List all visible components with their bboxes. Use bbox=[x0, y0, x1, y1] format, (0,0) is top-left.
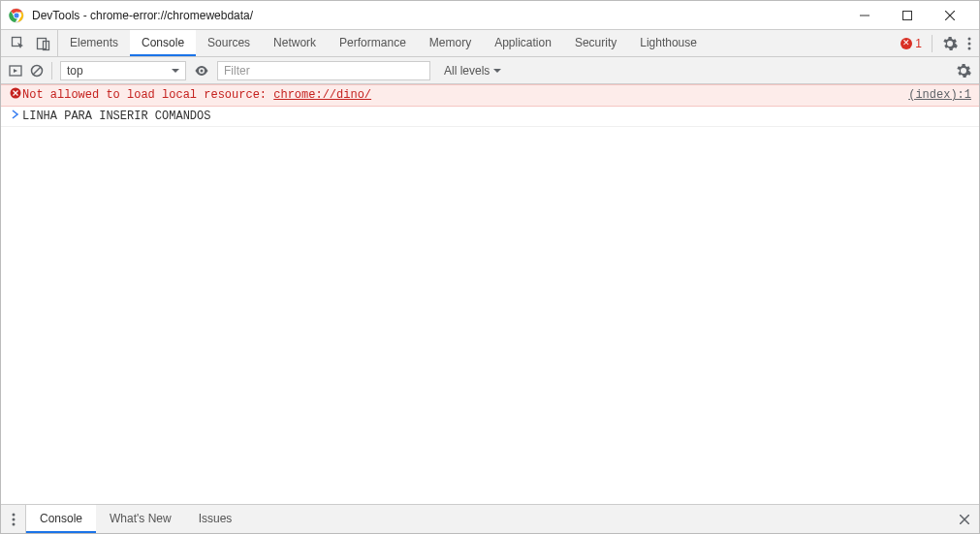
context-value: top bbox=[67, 64, 83, 78]
console-prompt-row[interactable]: LINHA PARA INSERIR COMANDOS bbox=[1, 107, 979, 127]
drawer-tab-console[interactable]: Console bbox=[26, 505, 96, 533]
svg-rect-9 bbox=[44, 41, 49, 49]
console-settings-gear-icon[interactable] bbox=[956, 63, 971, 79]
svg-point-1 bbox=[14, 13, 19, 18]
svg-point-0 bbox=[10, 9, 23, 22]
svg-rect-13 bbox=[10, 66, 21, 76]
svg-line-15 bbox=[33, 67, 41, 75]
window-title: DevTools - chrome-error://chromewebdata/ bbox=[32, 9, 843, 22]
svg-line-22 bbox=[960, 515, 969, 524]
clear-console-icon[interactable] bbox=[30, 64, 44, 78]
message-text: LINHA PARA INSERIR COMANDOS bbox=[22, 109, 971, 124]
devtools-top-row: ElementsConsoleSourcesNetworkPerformance… bbox=[1, 30, 979, 57]
tab-network[interactable]: Network bbox=[262, 30, 328, 56]
svg-rect-4 bbox=[903, 11, 912, 19]
device-toolbar-icon[interactable] bbox=[36, 36, 51, 51]
live-expression-eye-icon[interactable] bbox=[194, 63, 209, 79]
tab-memory[interactable]: Memory bbox=[418, 30, 483, 56]
svg-point-16 bbox=[201, 69, 204, 72]
svg-rect-8 bbox=[38, 38, 47, 48]
console-toolbar: top All levels bbox=[1, 57, 979, 84]
message-source-link[interactable]: (index):1 bbox=[908, 87, 971, 103]
window-buttons bbox=[843, 2, 971, 29]
chevron-down-icon bbox=[172, 64, 179, 78]
window-titlebar: DevTools - chrome-error://chromewebdata/ bbox=[1, 1, 979, 30]
tab-lighthouse[interactable]: Lighthouse bbox=[628, 30, 709, 56]
error-count-badge[interactable]: ✕ 1 bbox=[901, 37, 922, 50]
svg-point-17 bbox=[11, 88, 21, 99]
console-error-row[interactable]: Not allowed to load local resource: chro… bbox=[1, 84, 979, 107]
svg-point-2 bbox=[14, 13, 19, 18]
svg-point-14 bbox=[32, 65, 43, 76]
svg-rect-7 bbox=[13, 37, 21, 46]
svg-point-12 bbox=[968, 47, 971, 49]
chrome-logo-icon bbox=[9, 8, 24, 23]
drawer-tab-issues[interactable]: Issues bbox=[185, 505, 246, 533]
message-text: Not allowed to load local resource: chro… bbox=[22, 87, 901, 103]
tab-sources[interactable]: Sources bbox=[196, 30, 262, 56]
tab-console[interactable]: Console bbox=[130, 30, 196, 56]
error-count: 1 bbox=[915, 37, 922, 50]
tab-elements[interactable]: Elements bbox=[58, 30, 130, 56]
message-link[interactable]: chrome://dino/ bbox=[273, 88, 371, 102]
tab-application[interactable]: Application bbox=[483, 30, 563, 56]
inspect-element-icon[interactable] bbox=[11, 36, 26, 51]
svg-point-18 bbox=[12, 513, 15, 516]
svg-line-21 bbox=[960, 515, 969, 524]
drawer-close-button[interactable] bbox=[950, 505, 979, 533]
levels-label: All levels bbox=[444, 64, 490, 78]
svg-point-19 bbox=[12, 518, 15, 520]
svg-line-5 bbox=[945, 11, 955, 20]
tab-security[interactable]: Security bbox=[563, 30, 628, 56]
svg-point-11 bbox=[968, 42, 971, 45]
tab-performance[interactable]: Performance bbox=[328, 30, 418, 56]
settings-gear-icon[interactable] bbox=[942, 36, 958, 51]
svg-point-20 bbox=[12, 522, 15, 525]
drawer-tabs: ConsoleWhat's NewIssues bbox=[1, 504, 979, 533]
filter-input[interactable] bbox=[217, 61, 430, 80]
minimize-button[interactable] bbox=[843, 2, 886, 29]
prompt-chevron-icon bbox=[9, 109, 22, 124]
error-icon: ✕ bbox=[901, 38, 912, 49]
error-icon bbox=[9, 87, 22, 104]
svg-point-10 bbox=[968, 37, 971, 40]
execution-context-select[interactable]: top bbox=[60, 61, 186, 80]
toggle-sidebar-icon[interactable] bbox=[9, 64, 22, 78]
svg-line-6 bbox=[945, 11, 955, 20]
console-body[interactable]: Not allowed to load local resource: chro… bbox=[1, 84, 979, 504]
log-levels-select[interactable]: All levels bbox=[438, 64, 507, 78]
maximize-button[interactable] bbox=[886, 2, 929, 29]
close-window-button[interactable] bbox=[929, 2, 971, 29]
drawer-menu-icon[interactable] bbox=[1, 505, 26, 533]
more-menu-icon[interactable] bbox=[967, 36, 971, 51]
drawer-tab-what-s-new[interactable]: What's New bbox=[96, 505, 185, 533]
